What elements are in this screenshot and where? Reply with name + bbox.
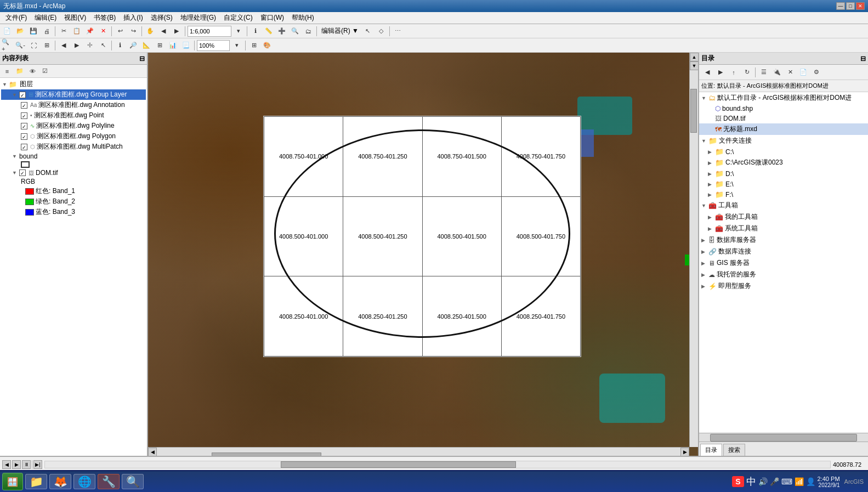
hscroll-left-btn[interactable]: ◀ [148, 448, 157, 456]
menu-window[interactable]: 窗口(W) [257, 12, 287, 24]
table-btn[interactable]: ⊞ [154, 39, 166, 52]
info-btn[interactable]: ℹ [114, 39, 126, 52]
find-btn[interactable]: 🔎 [127, 39, 139, 52]
cat-item-my-toolbox[interactable]: ▶ 🧰 我的工具箱 [699, 211, 868, 223]
map-hscroll[interactable]: ◀ ▶ [148, 447, 689, 456]
report-btn[interactable]: 📃 [180, 39, 192, 52]
cat-item-e[interactable]: ▶ 📁 E:\ [699, 179, 868, 189]
status-hscroll-area[interactable] [44, 460, 831, 470]
cat-item-workspace[interactable]: ▼ 🗂 默认工作目录 - ArcGIS根据标准图框对DOM进 [699, 92, 868, 104]
menu-select[interactable]: 选择(S) [147, 12, 176, 24]
undo-btn[interactable]: ↩ [114, 25, 126, 37]
cat-connect-btn[interactable]: 🔌 [771, 66, 783, 78]
taskbar-explorer[interactable]: 📁 [25, 474, 47, 489]
tray-input-method[interactable]: S [732, 476, 744, 487]
add-data-btn[interactable]: ➕ [276, 25, 288, 37]
toc-item-dom[interactable]: ▼ 🖼 DOM.tif [1, 168, 146, 177]
toc-item-polyline[interactable]: ∿ 测区标准图框.dwg Polyline [1, 121, 146, 131]
toc-layers-group[interactable]: ▼ 📁 图层 [1, 79, 146, 89]
zoom-out-btn[interactable]: 🔍- [14, 39, 26, 52]
tab-search[interactable]: 搜索 [723, 444, 745, 456]
percent-input[interactable] [197, 40, 230, 51]
cat-view-btn[interactable]: ☰ [758, 66, 770, 78]
cat-up-btn[interactable]: ↑ [728, 66, 740, 78]
polyline-checkbox[interactable] [21, 123, 27, 129]
annotation-checkbox[interactable] [21, 102, 27, 109]
toc-item-bound-rect[interactable] [1, 161, 146, 168]
save-btn[interactable]: 💾 [27, 25, 39, 37]
taskbar-firefox[interactable]: 🦊 [49, 474, 71, 489]
cat-new-btn[interactable]: 📄 [797, 66, 809, 78]
nav-left-btn[interactable]: ◀ [157, 25, 169, 37]
menu-file[interactable]: 文件(F) [2, 12, 30, 24]
status-pause-btn[interactable]: ⏸ [22, 460, 31, 469]
toc-source-btn[interactable]: 📁 [14, 65, 26, 77]
map-area[interactable]: 4008.750-401.000 4008.750-401.250 4008.7… [148, 53, 698, 456]
menu-edit[interactable]: 编辑(E) [31, 12, 60, 24]
catalog-dock-btn[interactable]: ⊟ [860, 55, 866, 63]
point-checkbox[interactable] [21, 112, 27, 119]
cat-options-btn[interactable]: ⚙ [810, 66, 822, 78]
menu-view[interactable]: 视图(V) [61, 12, 89, 24]
cat-item-folderconn[interactable]: ▼ 📁 文件夹连接 [699, 135, 868, 146]
zoom-in-btn[interactable]: 🔍+ [1, 39, 13, 52]
tab-catalog[interactable]: 目录 [700, 444, 722, 456]
hscroll-thumb[interactable] [212, 453, 321, 456]
vscroll-up-btn[interactable]: ▲ [690, 53, 698, 61]
cat-item-sys-toolbox[interactable]: ▶ 🧰 系统工具箱 [699, 223, 868, 234]
taskbar-app3[interactable]: 🌐 [73, 474, 95, 489]
cat-refresh-btn[interactable]: ↻ [741, 66, 753, 78]
catalog-btn[interactable]: 🗂 [302, 25, 314, 37]
toc-item-multipatch[interactable]: ⬡ 测区标准图框.dwg MultiPatch [1, 142, 146, 152]
print-btn[interactable]: 🖨 [41, 25, 53, 37]
toc-item-polygon[interactable]: ⬡ 测区标准图框.dwg Polygon [1, 131, 146, 142]
minimize-button[interactable]: — [836, 2, 845, 10]
cat-item-arcgis[interactable]: ▶ 📁 C:\ArcGIS微课0023 [699, 157, 868, 168]
measure-btn[interactable]: 📏 [263, 25, 275, 37]
new-btn[interactable]: 📄 [1, 25, 13, 37]
cat-item-ready-service[interactable]: ▶ ⚡ 即用型服务 [699, 280, 868, 292]
toc-item-grouplayer[interactable]: ▼ ⊞ 测区标准图框.dwg Group Layer [1, 89, 146, 100]
vscroll-down-btn[interactable]: ▼ [690, 61, 698, 70]
toc-item-red[interactable]: 红色: Band_1 [1, 186, 146, 196]
catalog-hscroll[interactable] [699, 433, 868, 442]
dom-checkbox[interactable] [19, 169, 26, 176]
status-hscroll-thumb[interactable] [281, 461, 517, 468]
back-extent-btn[interactable]: ◀ [58, 39, 70, 52]
measure2-btn[interactable]: 📐 [140, 39, 152, 52]
cat-item-bound[interactable]: ⬡ bound.shp [699, 104, 868, 114]
toc-item-blue[interactable]: 蓝色: Band_3 [1, 207, 146, 217]
fwd-extent-btn[interactable]: ▶ [71, 39, 83, 52]
cat-item-gis-server[interactable]: ▶ 🖥 GIS 服务器 [699, 257, 868, 269]
menu-customize[interactable]: 自定义(C) [220, 12, 256, 24]
menu-geoprocess[interactable]: 地理处理(G) [177, 12, 219, 24]
toc-item-bound[interactable]: ▼ bound [1, 152, 146, 161]
edit-vertices-btn[interactable]: ◇ [375, 25, 387, 37]
pct-dropdown[interactable]: ▾ [231, 39, 243, 52]
toc-content[interactable]: ▼ 📁 图层 ▼ ⊞ 测区标准图框.dwg Group Layer Aa 测区标… [0, 78, 147, 456]
map-vscroll[interactable]: ▲ ▼ [689, 53, 698, 447]
cat-fwd-btn[interactable]: ▶ [714, 66, 727, 78]
cat-item-mxd[interactable]: 🗺 无标题.mxd [699, 123, 868, 135]
polygon-checkbox[interactable] [21, 133, 27, 140]
status-prev-btn[interactable]: ◀ [2, 460, 11, 469]
menu-help[interactable]: 帮助(H) [288, 12, 317, 24]
cat-item-toolbox[interactable]: ▼ 🧰 工具箱 [699, 200, 868, 211]
edit-tool-btn[interactable]: ↖ [362, 25, 374, 37]
open-btn[interactable]: 📂 [14, 25, 26, 37]
cat-back-btn[interactable]: ◀ [701, 66, 713, 78]
toc-item-green[interactable]: 绿色: Band_2 [1, 196, 146, 207]
taskbar-app4[interactable]: 🔧 [98, 474, 120, 489]
redo-btn[interactable]: ↪ [127, 25, 139, 37]
catalog-hscroll-thumb[interactable] [710, 434, 857, 442]
pan-tool-btn[interactable]: ☩ [84, 39, 96, 52]
delete-btn[interactable]: ✕ [97, 25, 109, 37]
cat-item-d[interactable]: ▶ 📁 D:\ [699, 168, 868, 179]
status-hscroll-track[interactable] [44, 461, 831, 468]
copy-btn[interactable]: 📋 [71, 25, 83, 37]
close-button[interactable]: ✕ [856, 2, 865, 10]
zoom-layer-btn[interactable]: ⊞ [41, 39, 53, 52]
cat-item-f[interactable]: ▶ 📁 F:\ [699, 189, 868, 200]
status-next-btn[interactable]: ▶| [33, 460, 42, 469]
menu-insert[interactable]: 插入(I) [120, 12, 146, 24]
